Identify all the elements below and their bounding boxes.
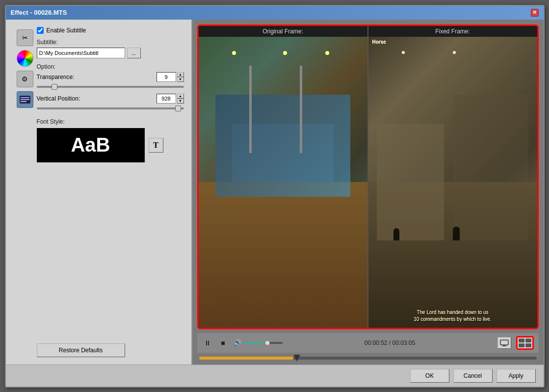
subtitle-field-group: Subtitle: ... [37,39,184,58]
controls-area: Enable Subtitle Subtitle: ... Option: [37,27,184,357]
restore-defaults-button[interactable]: Restore Defaults [37,343,125,357]
fixed-video: Horse The Lord has handed down to us 10 … [368,37,537,328]
time-current: 00:00:52 [365,340,388,346]
ok-button[interactable]: OK [410,369,449,383]
font-preview: AaB [37,128,145,162]
progress-fill [199,357,294,360]
subtitle-label: Subtitle: [37,39,184,46]
time-display: 00:00:52 / 00:03:05 [288,340,493,346]
font-edit-button[interactable]: T [149,138,163,153]
volume-thumb[interactable] [265,340,270,345]
pause-button[interactable]: ⏸ [202,338,213,348]
enable-subtitle-checkbox[interactable] [37,27,44,34]
transparence-row: Transparence: ▲ ▼ [37,72,184,82]
restore-area: Restore Defaults [37,334,184,357]
vertical-position-spinbox: ▲ ▼ [157,94,184,104]
vertical-position-spin-buttons: ▲ ▼ [177,94,184,104]
cancel-button[interactable]: Cancel [453,369,493,383]
scissors-tool-button[interactable]: ✂ [17,29,33,46]
svg-rect-3 [21,101,26,102]
subtitle-path-input[interactable] [37,48,125,58]
transparence-slider-track [37,86,184,88]
transport-bar: ⏸ ■ 🔊 00:00:52 / 00:03:05 [197,333,539,353]
transparence-up-button[interactable]: ▲ [177,72,184,77]
dialog-body: ✂ ⚙ [6,20,544,365]
apply-button[interactable]: Apply [497,369,536,383]
svg-rect-1 [21,97,29,98]
card-button[interactable] [516,336,534,350]
browse-button[interactable]: ... [127,48,141,58]
vertical-position-row: Vertical Position: ▲ ▼ [37,94,184,104]
transparence-slider-thumb[interactable] [52,84,57,90]
transparence-down-button[interactable]: ▼ [177,77,184,82]
enable-subtitle-label: Enable Subtitle [47,27,86,34]
enable-subtitle-row: Enable Subtitle [37,27,184,34]
effect-tool-button[interactable]: ⚙ [17,71,33,87]
monitor-button[interactable] [497,337,511,349]
vertical-position-input[interactable] [157,94,176,104]
subtitle-line-2: 10 commandments by which to live. [368,316,537,323]
subtitle-tool-button[interactable] [17,91,33,108]
left-panel: ✂ ⚙ [6,20,192,365]
original-video-frame [199,37,367,328]
vertical-position-label: Vertical Position: [37,95,80,102]
stop-button[interactable]: ■ [218,338,229,348]
volume-fill [243,342,268,344]
effect-dialog: Effect - 00026.MTS ✕ ✂ ⚙ [5,5,545,388]
font-style-row: AaB T [37,128,184,162]
progress-thumb[interactable] [293,355,300,362]
svg-rect-10 [525,343,531,347]
title-bar: Effect - 00026.MTS ✕ [6,6,544,20]
svg-rect-6 [502,346,507,346]
icon-bar: ✂ ⚙ [13,27,37,357]
preview-area: Original Frame: [197,25,539,329]
dialog-title: Effect - 00026.MTS [11,9,67,16]
svg-rect-7 [519,339,524,342]
close-button[interactable]: ✕ [531,9,539,17]
font-style-label: Font Style: [37,118,184,125]
transparence-spinbox: ▲ ▼ [157,72,184,82]
option-label: Option: [37,63,184,70]
fixed-video-frame: Horse The Lord has handed down to us 10 … [368,37,537,328]
volume-icon: 🔊 [234,339,241,346]
fixed-frame-label: Fixed Frame: [368,26,537,37]
fixed-frame: Fixed Frame: Horse [368,26,537,328]
vertical-slider-thumb[interactable] [175,105,181,111]
fixed-subtitle: The Lord has handed down to us 10 comman… [368,309,537,323]
time-total: 00:03:05 [392,340,416,346]
svg-rect-8 [525,339,531,342]
subtitle-line-1: The Lord has handed down to us [368,309,537,316]
transparence-spin-buttons: ▲ ▼ [177,72,184,82]
right-panel: Original Frame: [192,20,544,365]
svg-rect-5 [503,345,506,346]
option-group: Option: Transparence: ▲ ▼ [37,63,184,113]
transparence-input[interactable] [157,72,176,82]
subtitle-file-row: ... [37,48,184,58]
original-frame-label: Original Frame: [199,26,367,37]
color-tool-button[interactable] [17,50,33,67]
svg-rect-4 [500,340,508,345]
left-inner: ✂ ⚙ [13,27,184,357]
original-frame: Original Frame: [199,26,367,328]
svg-rect-2 [21,99,29,100]
time-separator: / [387,340,392,346]
bottom-bar: OK Cancel Apply [6,365,544,387]
font-style-section: Font Style: AaB T [37,118,184,162]
original-video [199,37,367,328]
horse-label: Horse [372,39,386,45]
font-preview-text: AaB [71,134,110,156]
progress-area [197,357,539,360]
transparence-label: Transparence: [37,74,75,80]
progress-track[interactable] [199,357,537,360]
svg-rect-9 [519,343,524,347]
vertical-up-button[interactable]: ▲ [177,94,184,99]
volume-track[interactable] [243,342,283,344]
vertical-slider-track [37,107,184,109]
vertical-down-button[interactable]: ▼ [177,99,184,104]
volume-area: 🔊 [234,339,283,346]
